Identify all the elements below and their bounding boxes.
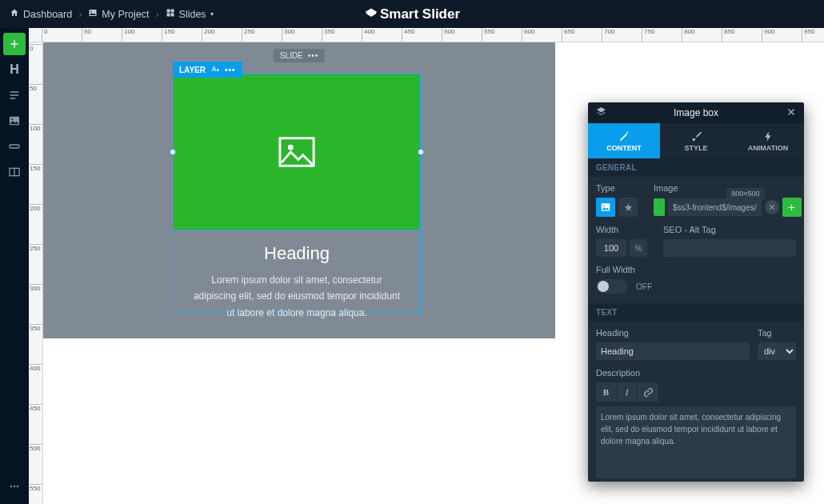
image-placeholder-icon <box>278 136 315 168</box>
breadcrumb-dashboard[interactable]: Dashboard <box>10 8 72 20</box>
star-icon <box>623 202 634 213</box>
section-general: GENERAL <box>588 158 804 177</box>
slide[interactable]: SLIDE ••• LAYER ••• Heading Lorem ipsum … <box>43 42 555 338</box>
type-label: Type <box>596 183 638 193</box>
pencil-icon <box>618 130 630 142</box>
resize-handle-right[interactable] <box>418 149 424 155</box>
rte-toolbar: B I <box>596 382 796 402</box>
bold-button[interactable]: B <box>596 382 617 402</box>
fullwidth-toggle[interactable] <box>596 279 628 294</box>
svg-point-14 <box>288 145 294 150</box>
bolt-icon <box>762 130 774 142</box>
seo-label: SEO - Alt Tag <box>663 225 796 234</box>
tab-style[interactable]: STYLE <box>660 123 732 158</box>
svg-rect-8 <box>10 145 19 148</box>
type-image-button[interactable] <box>596 198 615 217</box>
logo-text: Smart Slider <box>380 6 460 22</box>
tab-animation[interactable]: ANIMATION <box>732 123 804 158</box>
layers-icon <box>596 106 606 119</box>
tag-select[interactable]: div <box>758 342 796 360</box>
close-icon[interactable] <box>786 107 796 119</box>
button-tool[interactable] <box>3 135 26 158</box>
svg-point-7 <box>11 118 13 120</box>
svg-rect-4 <box>166 14 170 17</box>
brush-icon <box>690 130 702 142</box>
panel-tabs: CONTENT STYLE ANIMATION <box>588 123 804 158</box>
left-toolbar: H <box>0 28 29 504</box>
image-path[interactable]: $ss3-frontend$/images/ <box>668 198 762 216</box>
resize-handle-left[interactable] <box>170 149 176 155</box>
svg-rect-5 <box>170 14 174 17</box>
panel-title: Image box <box>674 107 718 118</box>
more-icon[interactable]: ••• <box>225 66 236 74</box>
type-icon-button[interactable] <box>618 198 638 217</box>
more-icon[interactable]: ••• <box>308 51 319 60</box>
tab-label: ANIMATION <box>748 144 788 152</box>
svg-rect-3 <box>170 10 174 13</box>
columns-tool[interactable] <box>3 161 26 183</box>
tab-content[interactable]: CONTENT <box>588 123 660 158</box>
width-label: Width <box>596 225 647 234</box>
breadcrumb-label: Slides <box>179 9 206 20</box>
description-input[interactable]: Lorem ipsum dolor sit amet, consectetur … <box>596 406 796 478</box>
app-logo: Smart Slider <box>364 6 460 22</box>
svg-point-12 <box>17 486 18 487</box>
svg-point-10 <box>10 486 12 487</box>
caret-down-icon: ▾ <box>210 10 214 18</box>
breadcrumb-label: Dashboard <box>23 9 72 20</box>
selected-layer[interactable]: Heading Lorem ipsum dolor sit amet, cons… <box>173 74 421 314</box>
breadcrumb-slides[interactable]: Slides ▾ <box>166 8 214 20</box>
image-icon <box>600 202 611 213</box>
description-label: Description <box>596 368 796 378</box>
svg-rect-2 <box>166 10 170 13</box>
tab-label: STYLE <box>684 144 707 152</box>
more-tool[interactable] <box>3 475 26 498</box>
layer-description[interactable]: Lorem ipsum dolor sit amet, consectetur … <box>174 264 420 321</box>
layer-tag[interactable]: LAYER ••• <box>173 62 242 78</box>
plus-icon <box>786 202 797 213</box>
svg-point-16 <box>603 205 605 206</box>
width-unit[interactable]: % <box>630 239 647 257</box>
heading-input[interactable] <box>596 342 750 360</box>
grid-icon <box>166 8 175 20</box>
italic-button[interactable]: I <box>617 382 638 402</box>
breadcrumb-label: My Project <box>102 9 149 20</box>
fullwidth-state: OFF <box>636 282 652 291</box>
ruler-vertical: 0 50 100 150 200 250 300 350 400 450 500… <box>29 42 43 504</box>
image-icon <box>88 8 98 20</box>
link-button[interactable] <box>638 382 658 402</box>
home-icon <box>10 8 19 20</box>
heading-label: Heading <box>596 328 750 338</box>
add-image-button[interactable] <box>782 198 802 217</box>
image-dimensions: 800×500 <box>726 188 764 199</box>
heading-tool[interactable]: H <box>3 58 26 81</box>
svg-point-1 <box>91 11 93 13</box>
layer-image-placeholder[interactable] <box>174 74 420 230</box>
text-icon <box>210 64 220 75</box>
panel-scroll[interactable]: GENERAL Type Image 800×500 <box>588 158 804 482</box>
slide-tag-label: SLIDE <box>280 51 303 60</box>
add-button[interactable] <box>3 33 26 55</box>
svg-point-11 <box>14 486 15 487</box>
properties-panel: Image box CONTENT STYLE ANIMATION GENERA… <box>588 102 804 482</box>
image-tool[interactable] <box>3 110 26 132</box>
layer-heading[interactable]: Heading <box>174 243 420 264</box>
logo-icon <box>364 7 378 22</box>
chevron-right-icon: › <box>155 9 158 20</box>
breadcrumb-project[interactable]: My Project <box>88 8 149 20</box>
link-icon <box>643 387 654 398</box>
slide-tag[interactable]: SLIDE ••• <box>274 49 325 62</box>
seo-input[interactable] <box>663 239 796 257</box>
chevron-right-icon: › <box>78 9 82 20</box>
fullwidth-label: Full Width <box>596 265 796 274</box>
tab-label: CONTENT <box>606 144 642 152</box>
breadcrumbs: Dashboard › My Project › Slides ▾ <box>10 8 214 20</box>
layer-tag-label: LAYER <box>179 66 206 74</box>
section-text: TEXT <box>588 303 804 322</box>
top-bar: Dashboard › My Project › Slides ▾ Smart … <box>0 0 824 28</box>
clear-image-button[interactable] <box>765 200 779 214</box>
panel-titlebar[interactable]: Image box <box>588 102 804 123</box>
image-swatch[interactable] <box>654 198 665 216</box>
width-input[interactable] <box>596 239 626 257</box>
text-tool[interactable] <box>3 84 26 106</box>
